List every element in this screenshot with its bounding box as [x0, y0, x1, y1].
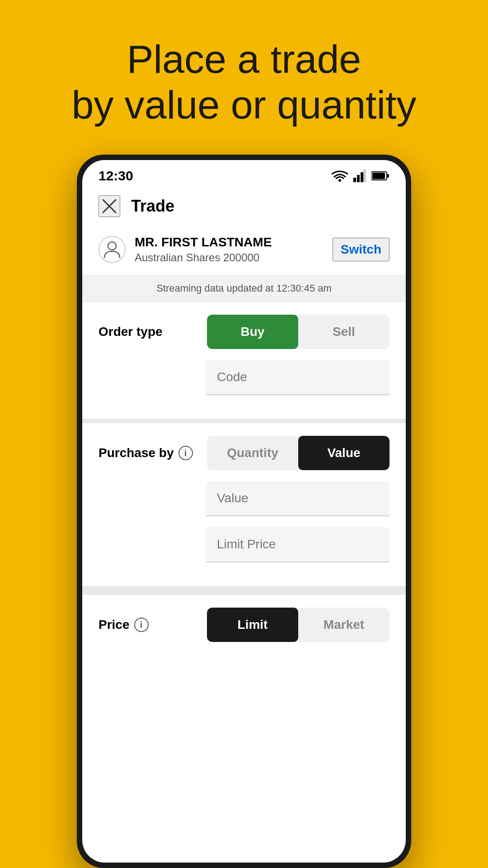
purchase-by-toggle: Quantity Value: [207, 436, 389, 470]
signal-icon: [353, 170, 366, 182]
price-toggle: Limit Market: [207, 608, 389, 642]
svg-rect-7: [372, 173, 385, 179]
limit-button[interactable]: Limit: [207, 608, 298, 642]
account-name: MR. FIRST LASTNAME: [135, 235, 333, 250]
switch-button[interactable]: Switch: [333, 238, 389, 261]
svg-rect-4: [363, 170, 366, 182]
nav-title: Trade: [131, 197, 174, 216]
section-divider-2: [82, 586, 406, 590]
hero-section: Place a trade by value or quantity: [44, 0, 443, 155]
order-type-toggle: Buy Sell: [207, 315, 389, 349]
svg-point-0: [338, 179, 341, 182]
purchase-by-row: Purchase by i Quantity Value: [99, 436, 389, 470]
code-input-row: [99, 360, 389, 395]
battery-icon: [371, 171, 389, 181]
section-divider-1: [82, 419, 406, 423]
account-info: MR. FIRST LASTNAME Australian Shares 200…: [135, 235, 333, 264]
account-row: MR. FIRST LASTNAME Australian Shares 200…: [82, 226, 406, 275]
hero-line1: Place a trade: [127, 37, 361, 81]
purchase-by-section: Purchase by i Quantity Value: [82, 423, 406, 586]
svg-rect-2: [357, 175, 360, 182]
svg-rect-1: [353, 178, 356, 182]
phone-frame: 12:30: [77, 155, 411, 868]
order-type-row: Order type Buy Sell: [99, 315, 389, 349]
price-row: Price i Limit Market: [99, 608, 389, 642]
account-subtitle: Australian Shares 200000: [135, 251, 333, 264]
value-button[interactable]: Value: [298, 436, 389, 470]
streaming-text: Streaming data updated at 12:30:45 am: [156, 283, 332, 294]
svg-rect-3: [361, 172, 363, 182]
code-input[interactable]: [206, 360, 389, 395]
streaming-banner: Streaming data updated at 12:30:45 am: [82, 275, 406, 302]
limit-price-input[interactable]: [206, 527, 389, 562]
close-button[interactable]: [99, 195, 120, 217]
price-section: Price i Limit Market: [82, 590, 406, 655]
buy-button[interactable]: Buy: [207, 315, 298, 349]
limit-price-input-row: [99, 527, 389, 562]
sell-button[interactable]: Sell: [298, 315, 389, 349]
svg-point-10: [108, 242, 116, 250]
purchase-by-label: Purchase by i: [99, 446, 207, 460]
account-avatar: [99, 236, 126, 263]
value-input-row: [99, 481, 389, 516]
wifi-icon: [332, 170, 348, 182]
status-bar: 12:30: [82, 160, 406, 188]
value-input[interactable]: [206, 481, 389, 516]
price-label: Price i: [99, 618, 207, 632]
close-icon: [101, 198, 117, 214]
price-info-icon[interactable]: i: [134, 618, 149, 632]
svg-rect-6: [387, 174, 389, 178]
purchase-by-info-icon[interactable]: i: [178, 446, 193, 460]
hero-line2: by value or quantity: [71, 82, 416, 127]
status-icons: [332, 170, 389, 182]
person-icon: [103, 241, 121, 259]
quantity-button[interactable]: Quantity: [207, 436, 298, 470]
status-time: 12:30: [99, 168, 133, 184]
market-button[interactable]: Market: [298, 608, 389, 642]
nav-bar: Trade: [82, 188, 406, 226]
phone-screen: 12:30: [82, 160, 406, 863]
order-type-section: Order type Buy Sell: [82, 302, 406, 419]
order-type-label: Order type: [99, 325, 207, 339]
